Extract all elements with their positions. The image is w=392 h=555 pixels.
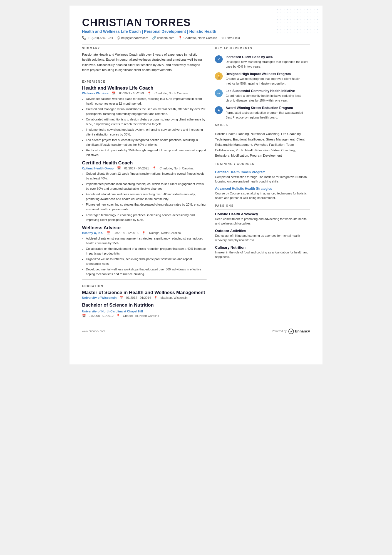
bullet-1-3: Implemented a new client feedback system…: [86, 127, 207, 137]
calendar-icon-3: 📅: [106, 231, 110, 235]
location-text: Charlotte, North Carolina: [183, 36, 217, 40]
achievement-1-desc: Developed new marketing strategies that …: [225, 60, 310, 69]
job-3-location: Raleigh, North Carolina: [149, 231, 181, 235]
job-2: Certified Health Coach Optimal Health Gr…: [82, 160, 207, 222]
achievement-1-content: Increased Client Base by 40% Developed n…: [225, 55, 310, 69]
bullet-2-1: Implemented personalized coaching techni…: [86, 182, 207, 191]
passion-3-desc: Interest in the role of food and cooking…: [215, 250, 310, 259]
edu-location-1: 📍: [154, 296, 158, 300]
linkedin-contact: 🔗 linkedin.com: [152, 36, 174, 40]
bullet-2-2: Facilitated educational wellness seminar…: [86, 192, 207, 201]
job-3-title: Wellness Advisor: [82, 225, 207, 231]
passions-label: PASSIONS: [215, 204, 310, 207]
bullet-3-1: Collaborated on the development of a str…: [86, 246, 207, 256]
job-1: Health and Wellness Life Coach Wellness …: [82, 85, 207, 158]
job-3-company: Healthy U, Inc.: [82, 231, 103, 235]
training-2: Advanced Holistic Health Strategies Cour…: [215, 187, 310, 200]
passion-2: Outdoor Activities Enthusiast of hiking …: [215, 229, 310, 243]
location-icon-3: 📍: [142, 231, 146, 235]
pencil-icon: ✏: [217, 91, 220, 95]
edu-2-school-line: University of North Carolina at Chapel H…: [82, 309, 207, 314]
email-icon: @: [117, 36, 120, 40]
training-1: Certified Health Coach Program Completed…: [215, 170, 310, 184]
education-label: EDUCATION: [82, 285, 207, 288]
linkedin-icon: 🔗: [152, 36, 156, 40]
main-content: SUMMARY Passionate Health and Wellness C…: [82, 47, 310, 320]
contact-line: 📞 +1-(234)-555-1234 @ help@enhancv.com 🔗…: [82, 36, 310, 40]
location-icon-1: 📍: [147, 92, 151, 95]
edu-2-meta: 📅 01/2008 - 01/2012 📍 Chapel Hill, North…: [82, 314, 207, 318]
job-1-meta: Wellness Warriors 📅 05/2021 - 10/2023 📍 …: [82, 92, 207, 95]
achievement-2-desc: Created a wellness program that improved…: [225, 77, 310, 86]
edu-2: Bachelor of Science in Nutrition Univers…: [82, 302, 207, 318]
skills-text: Holistic Health Planning, Nutritional Co…: [215, 131, 310, 159]
job-2-meta: Optimal Health Group 📅 01/2017 - 04/2021…: [82, 166, 207, 170]
edu-2-dates: 01/2008 - 01/2012: [89, 314, 113, 317]
edu-2-degree: Bachelor of Science in Nutrition: [82, 302, 207, 308]
trophy-icon: 🏆: [217, 74, 221, 78]
header-section: CHRISTIAN TORRES Health and Wellness Lif…: [82, 17, 310, 45]
achievement-2-content: Designed High-Impact Wellness Program Cr…: [225, 72, 310, 86]
achievement-3-content: Led Successful Community Health Initiati…: [225, 89, 310, 103]
job-2-company: Optimal Health Group: [82, 167, 114, 170]
candidate-title: Health and Wellness Life Coach | Persona…: [82, 29, 310, 34]
job-1-title: Health and Wellness Life Coach: [82, 85, 207, 91]
job-3-dates: 08/2014 - 12/2016: [114, 231, 138, 235]
bullet-1-4: Led a team project that successfully int…: [86, 138, 207, 147]
achievement-4-desc: Formulated a stress reduction program th…: [225, 110, 310, 120]
edu-1-degree: Master of Science in Health and Wellness…: [82, 290, 207, 295]
edu-1-meta: University of Wisconsin 📅 01/2012 - 01/2…: [82, 296, 207, 300]
footer: www.enhancv.com Powered by Enhancv: [82, 326, 310, 334]
training-2-desc: Course by Coursera specializing in advan…: [215, 191, 310, 200]
edu-2-school: University of North Carolina at Chapel H…: [82, 310, 143, 313]
achievement-1: ✓ Increased Client Base by 40% Developed…: [215, 55, 310, 69]
achievement-3: ✏ Led Successful Community Health Initia…: [215, 89, 310, 103]
calendar-icon-1: 📅: [112, 92, 116, 95]
passions-divider: [215, 209, 310, 210]
achievement-3-title: Led Successful Community Health Initiati…: [225, 89, 310, 93]
achievement-4-title: Award-Winning Stress Reduction Program: [225, 106, 310, 110]
checkmark-icon: ✓: [217, 57, 220, 61]
bullet-1-0: Developed tailored wellness plans for cl…: [86, 97, 207, 106]
edu-calendar-1: 📅: [120, 296, 123, 300]
bullet-2-0: Guided clients through 12-week fitness t…: [86, 171, 207, 181]
training-2-title: Advanced Holistic Health Strategies: [215, 187, 310, 191]
passion-1-title: Holistic Health Advocacy: [215, 212, 310, 216]
job-1-dates: 05/2021 - 10/2023: [119, 92, 144, 95]
phone-text: +1-(234)-555-1234: [87, 36, 113, 40]
enhancv-logo: Enhancv: [288, 329, 310, 334]
left-column: SUMMARY Passionate Health and Wellness C…: [82, 47, 207, 320]
bullet-2-3: Pioneered new coaching strategies that d…: [86, 202, 207, 212]
job-3-meta: Healthy U, Inc. 📅 08/2014 - 12/2016 📍 Ra…: [82, 231, 207, 235]
edu-2-location: Chapel Hill, North Carolina: [123, 314, 159, 317]
svg-point-0: [289, 329, 294, 334]
brand-name: Enhancv: [295, 329, 310, 333]
bullet-3-3: Developed mental wellness workshops that…: [86, 267, 207, 277]
edu-location-2: 📍: [116, 314, 120, 318]
training-1-desc: Completed certification through The Inst…: [215, 175, 310, 184]
bullet-1-1: Created and managed virtual workshops fo…: [86, 107, 207, 116]
email-contact: @ help@enhancv.com: [117, 36, 148, 40]
candidate-name: CHRISTIAN TORRES: [82, 17, 310, 29]
job-2-title: Certified Health Coach: [82, 160, 207, 166]
header-divider: [82, 44, 310, 45]
achievement-4: ★ Award-Winning Stress Reduction Program…: [215, 106, 310, 120]
edu-1: Master of Science in Health and Wellness…: [82, 290, 207, 300]
achievement-2-icon-wrap: 🏆: [215, 72, 223, 80]
passion-2-title: Outdoor Activities: [215, 229, 310, 233]
summary-label: SUMMARY: [82, 47, 207, 50]
edu-calendar-2: 📅: [82, 314, 86, 318]
skills-divider: [215, 129, 310, 129]
job-2-location: Charlotte, North Carolina: [160, 167, 193, 170]
job-1-location: Charlotte, North Carolina: [155, 92, 188, 95]
extra-icon: ☆: [221, 36, 224, 40]
achievements-label: KEY ACHIEVEMENTS: [215, 47, 310, 50]
achievement-3-icon-wrap: ✏: [215, 89, 223, 97]
job-2-bullets: Guided clients through 12-week fitness t…: [86, 171, 207, 222]
passion-3: Culinary Nutrition Interest in the role …: [215, 245, 310, 259]
calendar-icon-2: 📅: [117, 166, 121, 170]
job-1-bullets: Developed tailored wellness plans for cl…: [86, 97, 207, 158]
job-3-bullets: Advised clients on stress management str…: [86, 236, 207, 277]
phone-contact: 📞 +1-(234)-555-1234: [82, 36, 113, 40]
achievement-1-icon-wrap: ✓: [215, 55, 223, 63]
